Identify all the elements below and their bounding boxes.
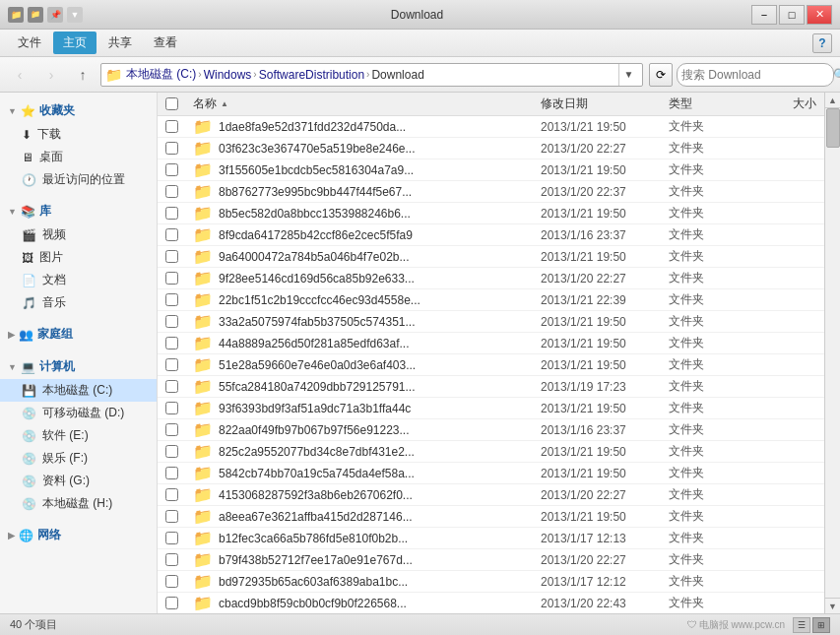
table-row[interactable]: 📁 9a64000472a784b5a046b4f7e02b... 2013/1… bbox=[158, 246, 824, 268]
search-input[interactable] bbox=[681, 68, 829, 82]
nav-forward-button[interactable]: › bbox=[37, 62, 65, 88]
address-part-root[interactable]: 本地磁盘 (C:) bbox=[126, 66, 196, 83]
header-type[interactable]: 类型 bbox=[669, 95, 747, 112]
row-checkbox[interactable] bbox=[165, 380, 178, 393]
header-check[interactable] bbox=[165, 97, 193, 110]
table-row[interactable]: 📁 03f623c3e367470e5a519be8e246e... 2013/… bbox=[158, 138, 824, 159]
row-checkbox[interactable] bbox=[165, 358, 178, 371]
menu-home[interactable]: 主页 bbox=[53, 32, 97, 54]
sidebar-item-recent[interactable]: 🕐 最近访问的位置 bbox=[0, 168, 157, 191]
table-row[interactable]: 📁 55fca284180a74209dbb729125791... 2013/… bbox=[158, 376, 824, 398]
search-bar[interactable]: 🔍 bbox=[677, 63, 834, 87]
row-checkbox[interactable] bbox=[165, 597, 178, 609]
address-dropdown-button[interactable]: ▼ bbox=[618, 64, 638, 86]
row-checkbox[interactable] bbox=[165, 402, 178, 414]
table-row[interactable]: 📁 44a8889a256d50f281a85edfd63af... 2013/… bbox=[158, 333, 824, 354]
sidebar-item-drive-e[interactable]: 💿 软件 (E:) bbox=[0, 424, 157, 447]
row-check[interactable] bbox=[165, 380, 193, 393]
address-part-windows[interactable]: Windows bbox=[204, 68, 252, 82]
sidebar-section-computer[interactable]: ▼ 💻 计算机 bbox=[0, 354, 157, 379]
select-all-checkbox[interactable] bbox=[165, 97, 178, 110]
row-checkbox[interactable] bbox=[165, 163, 178, 176]
table-row[interactable]: 📁 b79f438b52712f7ee17a0e91e767d... 2013/… bbox=[158, 549, 824, 571]
header-size[interactable]: 大小 bbox=[747, 95, 816, 112]
right-scrollbar[interactable]: ▲ ▼ bbox=[824, 93, 840, 613]
row-checkbox[interactable] bbox=[165, 337, 178, 349]
table-row[interactable]: 📁 8b8762773e995bc9bb447f44f5e67... 2013/… bbox=[158, 181, 824, 203]
row-checkbox[interactable] bbox=[165, 228, 178, 241]
row-check[interactable] bbox=[165, 250, 193, 263]
menu-share[interactable]: 共享 bbox=[98, 32, 142, 54]
sidebar-section-library[interactable]: ▼ 📚 库 bbox=[0, 199, 157, 223]
table-row[interactable]: 📁 a8eea67e3621affba415d2d287146... 2013/… bbox=[158, 506, 824, 528]
row-check[interactable] bbox=[165, 185, 193, 198]
row-checkbox[interactable] bbox=[165, 293, 178, 306]
list-view-button[interactable]: ☰ bbox=[793, 617, 810, 633]
sidebar-item-drive-d[interactable]: 💿 可移动磁盘 (D:) bbox=[0, 402, 157, 424]
table-row[interactable]: 📁 33a2a5075974fab5b37505c574351... 2013/… bbox=[158, 311, 824, 333]
table-row[interactable]: 📁 cbacd9bb8f59cb0b0cf9b0f226568... 2013/… bbox=[158, 593, 824, 613]
row-check[interactable] bbox=[165, 142, 193, 155]
menu-view[interactable]: 查看 bbox=[144, 32, 187, 54]
sidebar-item-docs[interactable]: 📄 文档 bbox=[0, 269, 157, 291]
sidebar-item-drive-g[interactable]: 💿 资料 (G:) bbox=[0, 470, 157, 492]
row-checkbox[interactable] bbox=[165, 488, 178, 501]
row-checkbox[interactable] bbox=[165, 120, 178, 133]
row-checkbox[interactable] bbox=[165, 315, 178, 328]
row-checkbox[interactable] bbox=[165, 272, 178, 285]
search-icon[interactable]: 🔍 bbox=[833, 68, 840, 82]
table-row[interactable]: 📁 22bc1f51c2b19cccfcc46ec93d4558e... 201… bbox=[158, 289, 824, 311]
row-checkbox[interactable] bbox=[165, 207, 178, 220]
table-row[interactable]: 📁 822aa0f49fb97b067b97f56e91223... 2013/… bbox=[158, 419, 824, 441]
nav-back-button[interactable]: ‹ bbox=[6, 62, 33, 88]
row-checkbox[interactable] bbox=[165, 185, 178, 198]
row-check[interactable] bbox=[165, 337, 193, 349]
sidebar-item-drive-h[interactable]: 💿 本地磁盘 (H:) bbox=[0, 492, 157, 515]
row-check[interactable] bbox=[165, 402, 193, 414]
row-checkbox[interactable] bbox=[165, 575, 178, 588]
row-check[interactable] bbox=[165, 553, 193, 566]
table-row[interactable]: 📁 1dae8fa9e52d371fdd232d4750da... 2013/1… bbox=[158, 116, 824, 138]
row-check[interactable] bbox=[165, 488, 193, 501]
close-button[interactable]: ✕ bbox=[807, 5, 832, 25]
maximize-button[interactable]: □ bbox=[779, 5, 805, 25]
row-checkbox[interactable] bbox=[165, 142, 178, 155]
row-check[interactable] bbox=[165, 510, 193, 523]
header-date[interactable]: 修改日期 bbox=[541, 95, 669, 112]
grid-view-button[interactable]: ⊞ bbox=[812, 617, 830, 633]
row-check[interactable] bbox=[165, 467, 193, 479]
table-row[interactable]: 📁 bd972935b65ac603af6389aba1bc... 2013/1… bbox=[158, 571, 824, 593]
menu-file[interactable]: 文件 bbox=[8, 32, 51, 54]
row-check[interactable] bbox=[165, 445, 193, 458]
row-check[interactable] bbox=[165, 293, 193, 306]
table-row[interactable]: 📁 9f28ee5146cd169d56ca85b92e633... 2013/… bbox=[158, 268, 824, 289]
row-check[interactable] bbox=[165, 575, 193, 588]
table-row[interactable]: 📁 b12fec3ca66a5b786fd5e810f0b2b... 2013/… bbox=[158, 528, 824, 549]
sidebar-item-drive-f[interactable]: 💿 娱乐 (F:) bbox=[0, 447, 157, 470]
table-row[interactable]: 📁 8f9cda6417285b42ccf86e2cec5f5fa9 2013/… bbox=[158, 224, 824, 246]
row-checkbox[interactable] bbox=[165, 467, 178, 479]
row-check[interactable] bbox=[165, 532, 193, 544]
refresh-button[interactable]: ⟳ bbox=[649, 63, 673, 87]
sidebar-item-video[interactable]: 🎬 视频 bbox=[0, 223, 157, 246]
address-part-softwaredistribution[interactable]: SoftwareDistribution bbox=[259, 68, 364, 82]
row-checkbox[interactable] bbox=[165, 532, 178, 544]
scroll-thumb[interactable] bbox=[826, 108, 840, 148]
table-row[interactable]: 📁 825c2a9552077bd34c8e7dbf431e2... 2013/… bbox=[158, 441, 824, 463]
table-row[interactable]: 📁 3f155605e1bcdcb5ec5816304a7a9... 2013/… bbox=[158, 159, 824, 181]
nav-up-button[interactable]: ↑ bbox=[69, 62, 97, 88]
table-row[interactable]: 📁 51e28a59660e7e46e0a0d3e6af403... 2013/… bbox=[158, 354, 824, 376]
row-checkbox[interactable] bbox=[165, 553, 178, 566]
row-checkbox[interactable] bbox=[165, 250, 178, 263]
scroll-down-arrow[interactable]: ▼ bbox=[825, 598, 840, 613]
row-check[interactable] bbox=[165, 358, 193, 371]
sidebar-section-homegroup[interactable]: ▶ 👥 家庭组 bbox=[0, 322, 157, 347]
row-check[interactable] bbox=[165, 272, 193, 285]
sidebar-item-download[interactable]: ⬇ 下载 bbox=[0, 123, 157, 146]
help-button[interactable]: ? bbox=[812, 33, 832, 53]
table-row[interactable]: 📁 5842cb74bb70a19c5a745da4ef58a... 2013/… bbox=[158, 463, 824, 484]
row-check[interactable] bbox=[165, 207, 193, 220]
sidebar-item-image[interactable]: 🖼 图片 bbox=[0, 246, 157, 269]
row-check[interactable] bbox=[165, 423, 193, 436]
row-checkbox[interactable] bbox=[165, 423, 178, 436]
